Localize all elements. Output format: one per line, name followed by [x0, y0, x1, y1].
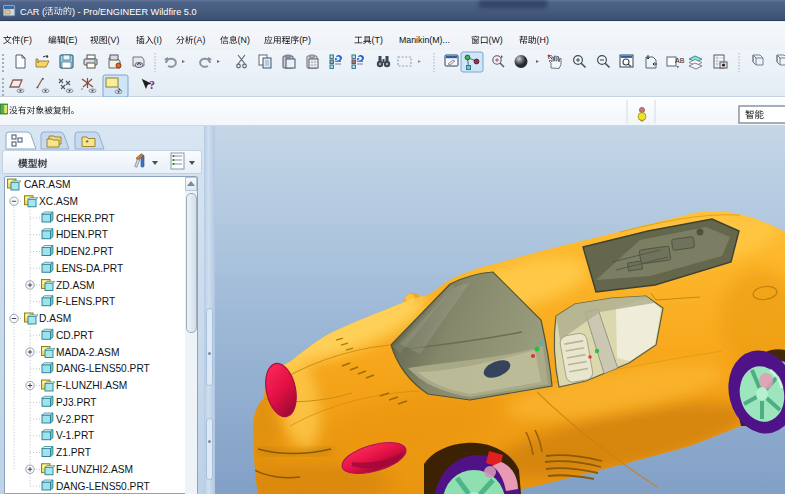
svg-text:F-LENS.PRT: F-LENS.PRT: [56, 296, 115, 307]
svg-text:CD.PRT: CD.PRT: [56, 330, 94, 341]
svg-text:V-2.PRT: V-2.PRT: [56, 414, 94, 425]
svg-text:DANG-LENS50.PRT: DANG-LENS50.PRT: [56, 363, 150, 374]
svg-text:MADA-2.ASM: MADA-2.ASM: [56, 347, 119, 358]
svg-text:PJ3.PRT: PJ3.PRT: [56, 397, 97, 408]
svg-text:V-1.PRT: V-1.PRT: [56, 430, 94, 441]
svg-text:LENS-DA.PRT: LENS-DA.PRT: [56, 263, 123, 274]
svg-text:CHEKR.PRT: CHEKR.PRT: [56, 213, 115, 224]
svg-text:F-LUNZHI.ASM: F-LUNZHI.ASM: [56, 380, 127, 391]
svg-text:ZD.ASM: ZD.ASM: [56, 280, 95, 291]
svg-text:HDEN.PRT: HDEN.PRT: [56, 229, 108, 240]
svg-text:HDEN2.PRT: HDEN2.PRT: [56, 246, 114, 257]
svg-text:D.ASM: D.ASM: [39, 313, 71, 324]
svg-text:DANG-LENS50.PRT: DANG-LENS50.PRT: [56, 481, 150, 492]
svg-text:XC.ASM: XC.ASM: [39, 196, 78, 207]
svg-text:Z1.PRT: Z1.PRT: [56, 447, 91, 458]
svg-text:CAR.ASM: CAR.ASM: [24, 179, 70, 190]
svg-text:F-LUNZHI2.ASM: F-LUNZHI2.ASM: [56, 464, 133, 475]
